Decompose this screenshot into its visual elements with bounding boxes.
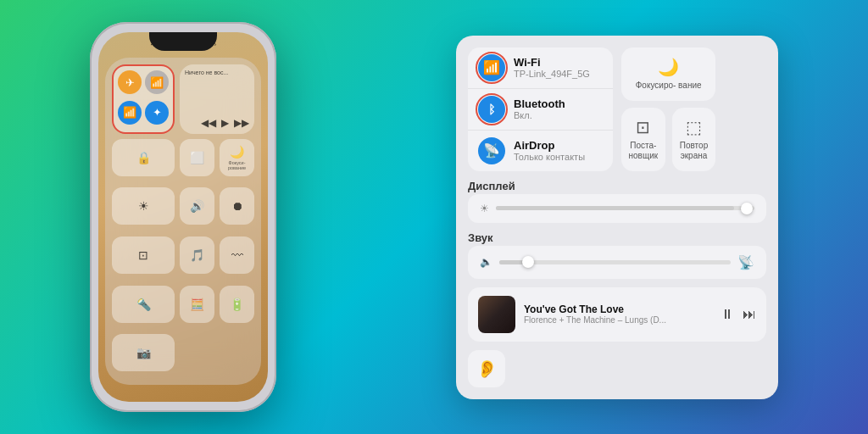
bluetooth-text: Bluetooth Вкл. — [514, 97, 565, 120]
sun-icon: ☀ — [138, 199, 149, 213]
rewind-icon[interactable]: ◀◀ — [201, 117, 216, 129]
display-section: Дисплей ☀ — [468, 180, 766, 223]
active-ring — [476, 52, 508, 84]
network-and-toggles: 📶 Wi-Fi TP-Link_494F_5G ᛒ Bluetooth Вкл. — [468, 47, 766, 171]
phone-screen: ✓ Системные службы › ✈ 📶 📶 ✦ Ничего не в… — [98, 32, 268, 402]
airdrop-icon-btn: 📡 — [478, 137, 505, 164]
shazam-icon: 🎵 — [190, 248, 204, 262]
media-block: Ничего не вос... ◀◀ ▶ ▶▶ — [180, 64, 254, 134]
flashlight-icon: 🔦 — [136, 298, 151, 311]
speaker-icon: 🔊 — [190, 199, 204, 213]
pause-button[interactable]: ⏸ — [721, 307, 734, 322]
sound-label: Звук — [468, 231, 766, 244]
record-icon: ⏺ — [231, 199, 243, 213]
volume-thumb[interactable] — [522, 256, 534, 268]
volume-min-icon: 🔈 — [480, 256, 492, 268]
camera-button[interactable]: 📷 — [112, 334, 175, 371]
network-list: 📶 Wi-Fi TP-Link_494F_5G ᛒ Bluetooth Вкл. — [468, 47, 613, 171]
mirror-icon: ⬜ — [190, 151, 204, 164]
brightness-min-icon: ☀ — [480, 203, 489, 214]
play-pause-icon[interactable]: ▶ — [221, 117, 229, 129]
volume-slider-row[interactable]: 🔈 📡 — [480, 254, 754, 270]
brightness-slider-container: ☀ — [468, 194, 766, 223]
control-center-panel: ✈ 📶 📶 ✦ Ничего не вос... ◀◀ ▶ ▶▶ 🔒 ⬜ — [105, 58, 261, 385]
media-controls: ◀◀ ▶ ▶▶ — [185, 117, 249, 129]
phone: ✓ Системные службы › ✈ 📶 📶 ✦ Ничего не в… — [90, 22, 276, 412]
camera-icon: 📷 — [136, 346, 151, 359]
cast-button[interactable]: ⊡ Поста- новщик — [621, 108, 665, 171]
track-name: You've Got The Love — [524, 303, 712, 315]
toggle-buttons: 🌙 Фокусиро- вание ⊡ Поста- новщик ⬚ Повт… — [621, 47, 766, 171]
volume-track[interactable] — [499, 260, 731, 264]
hearing-button[interactable]: 👂 — [468, 350, 505, 387]
screen-mirror-button[interactable]: ⬜ — [180, 139, 214, 176]
focus-toggle-button[interactable]: 🌙 Фокусиро- вание — [621, 47, 715, 101]
bluetooth-icon-btn: ᛒ — [478, 96, 505, 123]
airplay-audio-icon[interactable]: 📡 — [737, 254, 754, 270]
brightness-thumb[interactable] — [741, 203, 753, 214]
airdrop-text: AirDrop Только контакты — [514, 139, 585, 162]
media-text: Ничего не вос... — [185, 70, 249, 75]
display-label: Дисплей — [468, 180, 766, 192]
sound-section: Звук 🔈 📡 — [468, 231, 766, 279]
album-art — [478, 296, 515, 333]
brightness-fill — [496, 206, 734, 210]
now-playing-widget: You've Got The Love Florence + The Machi… — [468, 287, 766, 342]
brightness-slider-row[interactable]: ☀ — [480, 203, 754, 214]
bluetooth-active-ring — [476, 93, 508, 125]
battery-button[interactable]: 🔋 — [220, 286, 254, 323]
moon-icon: 🌙 — [230, 145, 244, 159]
bluetooth-item[interactable]: ᛒ Bluetooth Вкл. — [468, 89, 613, 131]
airplane-mode-button[interactable]: ✈ — [118, 70, 142, 94]
airdrop-item[interactable]: 📡 AirDrop Только контакты — [468, 131, 613, 171]
screen-lock-button[interactable]: 🔒 — [112, 139, 175, 176]
hearing-icon: 👂 — [476, 359, 498, 379]
bluetooth-button[interactable]: ✦ — [145, 101, 169, 125]
wifi-icon-btn: 📶 — [478, 54, 505, 81]
bottom-bar: 👂 — [468, 350, 766, 387]
calculator-icon: 🧮 — [190, 298, 204, 311]
volume-button[interactable]: 🔊 — [180, 187, 214, 225]
lock-icon: 🔒 — [136, 151, 151, 164]
cellular-button[interactable]: 📶 — [145, 70, 169, 94]
mirror-icon: ⬚ — [686, 117, 702, 137]
fast-forward-icon[interactable]: ▶▶ — [234, 117, 249, 129]
airdrop-symbol: 📡 — [483, 142, 500, 159]
wifi-text: Wi-Fi TP-Link_494F_5G — [514, 56, 590, 79]
skip-forward-button[interactable]: ⏭ — [743, 307, 756, 322]
playback-controls: ⏸ ⏭ — [721, 307, 756, 322]
moon-icon: 🌙 — [658, 57, 679, 77]
brightness-button[interactable]: ☀ — [112, 187, 175, 225]
flashlight-button[interactable]: 🔦 — [112, 286, 175, 323]
volume-slider-container: 🔈 📡 — [468, 246, 766, 279]
phone-notch — [149, 32, 217, 51]
screenshot-button[interactable]: ⊡ — [112, 236, 175, 274]
soundwave-button[interactable]: 〰 — [220, 236, 254, 274]
focus-label: Фокуси-рование — [220, 160, 254, 170]
record-button[interactable]: ⏺ — [220, 187, 254, 225]
wifi-button[interactable]: 📶 — [118, 101, 142, 125]
brightness-track[interactable] — [496, 206, 754, 210]
track-artist: Florence + The Machine – Lungs (D... — [524, 315, 712, 325]
wave-icon: 〰 — [231, 248, 243, 262]
mirror-button[interactable]: ⬚ Повтор экрана — [672, 108, 716, 171]
wifi-item[interactable]: 📶 Wi-Fi TP-Link_494F_5G — [468, 47, 613, 89]
track-info: You've Got The Love Florence + The Machi… — [524, 303, 712, 325]
screenshot-icon: ⊡ — [138, 248, 148, 262]
album-art-inner — [478, 296, 515, 333]
control-center-expanded: 📶 Wi-Fi TP-Link_494F_5G ᛒ Bluetooth Вкл. — [456, 36, 778, 399]
cast-icon: ⊡ — [636, 117, 650, 137]
calculator-button[interactable]: 🧮 — [180, 286, 214, 323]
connectivity-block: ✈ 📶 📶 ✦ — [112, 64, 175, 134]
shazam-button[interactable]: 🎵 — [180, 236, 214, 274]
focus-button[interactable]: 🌙 Фокуси-рование — [220, 139, 254, 176]
battery-icon: 🔋 — [230, 298, 244, 311]
